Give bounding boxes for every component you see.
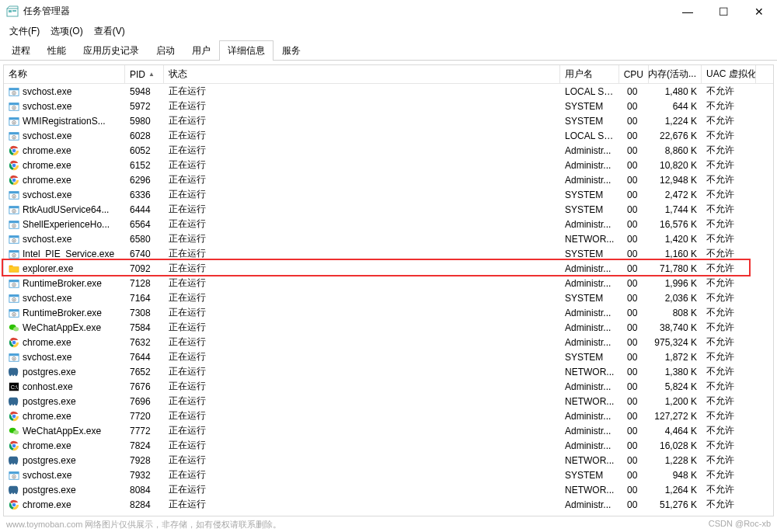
details-table: 名称 PID▲ 状态 用户名 CPU 内存(活动... UAC 虚拟化 svch…	[3, 64, 774, 516]
process-name: svchost.exe	[23, 352, 71, 363]
table-row[interactable]: postgres.exe7928正在运行NETWOR...001,228 K不允…	[4, 453, 773, 468]
cell-name: svchost.exe	[4, 190, 125, 200]
cell-memory: 12,948 K	[649, 175, 702, 186]
cell-memory: 1,480 K	[649, 86, 702, 97]
col-header-user[interactable]: 用户名	[560, 65, 619, 83]
cell-memory: 808 K	[649, 308, 702, 318]
cell-status: 正在运行	[164, 188, 560, 201]
cell-pid: 6444	[125, 204, 164, 215]
process-name: chrome.exe	[23, 440, 71, 451]
cell-uac: 不允许	[702, 276, 756, 290]
table-row[interactable]: svchost.exe6580正在运行NETWOR...001,420 K不允许	[4, 231, 773, 246]
cell-pid: 7696	[125, 396, 164, 407]
maximize-button[interactable]: ☐	[706, 0, 741, 23]
table-row[interactable]: svchost.exe6028正在运行LOCAL SE...0022,676 K…	[4, 128, 773, 143]
cell-cpu: 00	[619, 396, 649, 407]
table-row[interactable]: RuntimeBroker.exe7308正在运行Administr...008…	[4, 305, 773, 320]
cell-user: SYSTEM	[560, 190, 619, 200]
table-row[interactable]: chrome.exe7824正在运行Administr...0016,028 K…	[4, 438, 773, 453]
svg-rect-37	[9, 221, 19, 223]
cell-pid: 5980	[125, 116, 164, 127]
svg-point-39	[13, 224, 15, 226]
svg-rect-4	[9, 88, 19, 90]
col-header-status[interactable]: 状态	[164, 65, 560, 83]
table-row[interactable]: RtkAudUService64...6444正在运行SYSTEM001,744…	[4, 202, 773, 217]
svg-rect-12	[9, 117, 19, 120]
table-row[interactable]: chrome.exe7632正在运行Administr...00975,324 …	[4, 335, 773, 349]
table-row[interactable]: C:\conhost.exe7676正在运行Administr...005,82…	[4, 379, 773, 394]
cell-uac: 不允许	[702, 203, 756, 216]
process-name: postgres.exe	[23, 485, 76, 495]
table-row[interactable]: ShellExperienceHo...6564正在运行Administr...…	[4, 217, 773, 231]
cell-user: NETWOR...	[560, 234, 619, 245]
cell-pid: 7644	[125, 352, 164, 363]
cell-cpu: 00	[619, 145, 649, 156]
table-row[interactable]: WMIRegistrationS...5980正在运行SYSTEM001,224…	[4, 113, 773, 128]
table-row[interactable]: Intel_PIE_Service.exe6740正在运行SYSTEM001,1…	[4, 246, 773, 261]
cell-user: LOCAL SE...	[560, 86, 619, 97]
table-row[interactable]: postgres.exe7696正在运行NETWOR...001,200 K不允…	[4, 394, 773, 409]
cell-user: NETWOR...	[560, 396, 619, 407]
col-header-cpu[interactable]: CPU	[619, 65, 649, 83]
menu-file[interactable]: 文件(F)	[5, 24, 44, 39]
tab-services[interactable]: 服务	[274, 40, 309, 61]
table-row[interactable]: WeChatAppEx.exe7772正在运行Administr...004,4…	[4, 423, 773, 438]
tab-details[interactable]: 详细信息	[219, 40, 274, 61]
minimize-button[interactable]: —	[670, 0, 706, 23]
cell-status: 正在运行	[164, 454, 560, 467]
tab-startup[interactable]: 启动	[148, 40, 183, 61]
cell-name: svchost.exe	[4, 86, 125, 97]
menu-view[interactable]: 查看(V)	[89, 24, 130, 39]
table-row[interactable]: WeChatAppEx.exe7584正在运行Administr...0038,…	[4, 320, 773, 335]
cell-name: svchost.exe	[4, 293, 125, 304]
tab-performance[interactable]: 性能	[39, 40, 75, 61]
table-row[interactable]: svchost.exe5948正在运行LOCAL SE...001,480 K不…	[4, 84, 773, 99]
table-row[interactable]: chrome.exe6052正在运行Administr...008,860 K不…	[4, 143, 773, 158]
tab-app-history[interactable]: 应用历史记录	[75, 40, 148, 61]
table-row[interactable]: chrome.exe6152正在运行Administr...0010,820 K…	[4, 158, 773, 172]
process-name: RuntimeBroker.exe	[23, 308, 102, 318]
tab-processes[interactable]: 进程	[3, 40, 39, 61]
cell-user: NETWOR...	[560, 367, 619, 377]
close-button[interactable]: ✕	[741, 0, 777, 23]
svc-icon	[9, 352, 19, 363]
table-row[interactable]: postgres.exe8084正在运行NETWOR...001,264 K不允…	[4, 482, 773, 497]
cell-uac: 不允许	[702, 395, 756, 408]
table-row[interactable]: svchost.exe5972正在运行SYSTEM00644 K不允许	[4, 99, 773, 113]
table-row[interactable]: svchost.exe7932正在运行SYSTEM00948 K不允许	[4, 468, 773, 482]
table-row[interactable]: chrome.exe8284正在运行Administr...0051,276 K…	[4, 497, 773, 512]
table-row[interactable]: svchost.exe7644正在运行SYSTEM001,872 K不允许	[4, 349, 773, 364]
cell-uac: 不允许	[702, 439, 756, 452]
table-body[interactable]: svchost.exe5948正在运行LOCAL SE...001,480 K不…	[4, 84, 773, 516]
cell-uac: 不允许	[702, 99, 756, 113]
process-name: WMIRegistrationS...	[23, 116, 106, 127]
process-name: postgres.exe	[23, 367, 76, 377]
menu-options[interactable]: 选项(O)	[46, 24, 87, 39]
table-row[interactable]: svchost.exe6336正在运行SYSTEM002,472 K不允许	[4, 187, 773, 202]
table-row[interactable]: chrome.exe6296正在运行Administr...0012,948 K…	[4, 172, 773, 187]
cell-name: chrome.exe	[4, 175, 125, 186]
cell-pid: 7584	[125, 322, 164, 333]
svg-rect-8	[9, 103, 19, 105]
table-row[interactable]: postgres.exe7652正在运行NETWOR...001,380 K不允…	[4, 364, 773, 379]
menubar: 文件(F) 选项(O) 查看(V)	[0, 23, 777, 39]
sort-indicator-icon: ▲	[148, 71, 155, 78]
cell-pid: 7772	[125, 426, 164, 436]
cell-pid: 7720	[125, 411, 164, 422]
col-header-uac[interactable]: UAC 虚拟化	[702, 65, 756, 83]
table-row[interactable]: svchost.exe7164正在运行SYSTEM002,036 K不允许	[4, 290, 773, 305]
cell-uac: 不允许	[702, 365, 756, 378]
table-row[interactable]: explorer.exe7092正在运行Administr...0071,780…	[4, 261, 773, 276]
cell-cpu: 00	[619, 278, 649, 289]
table-row[interactable]: RuntimeBroker.exe7128正在运行Administr...001…	[4, 276, 773, 290]
col-header-memory[interactable]: 内存(活动...	[649, 65, 702, 83]
cell-memory: 1,228 K	[649, 455, 702, 466]
table-row[interactable]: chrome.exe7720正在运行Administr...00127,272 …	[4, 409, 773, 423]
cell-status: 正在运行	[164, 306, 560, 319]
tab-users[interactable]: 用户	[183, 40, 219, 61]
col-header-name[interactable]: 名称	[4, 65, 125, 83]
process-name: chrome.exe	[23, 160, 71, 171]
cell-cpu: 00	[619, 381, 649, 392]
col-header-pid[interactable]: PID▲	[125, 65, 164, 83]
cell-pid: 6296	[125, 175, 164, 186]
